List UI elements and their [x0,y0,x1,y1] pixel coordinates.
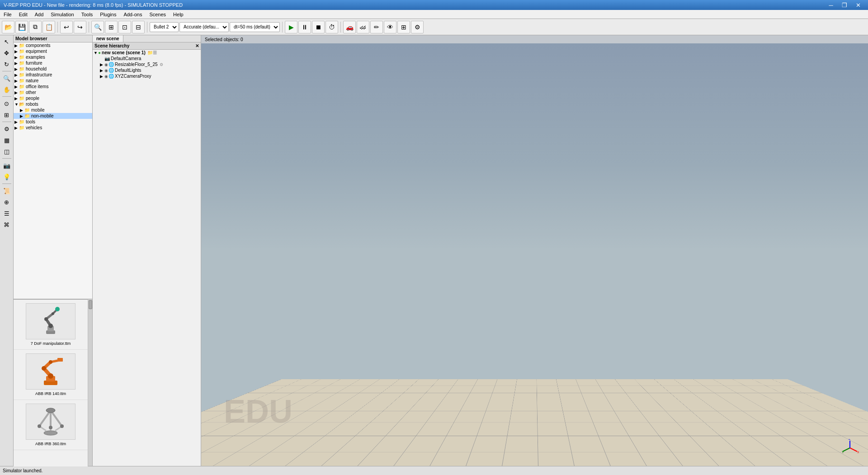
camera3-btn[interactable]: ✏ [370,21,383,33]
close-hierarchy-btn[interactable]: ✕ [195,43,199,48]
expand-floor[interactable]: ▶ [100,62,104,67]
thumbnail-7dof[interactable]: 7 DoF manipulator.ttm [14,300,88,350]
camera5-btn[interactable]: ⊞ [397,21,410,33]
physics-engine-dropdown[interactable]: Bullet 2 [150,22,179,32]
tree-item-household[interactable]: ▶ 📁 household [14,66,92,72]
scene-node-xyzcameraproxy[interactable]: ▶ ◉ 🌐 XYZCameraProxy [93,73,201,79]
pause-button[interactable]: ⏸ [298,21,311,33]
viewport-canvas[interactable]: EDU X Y Z [201,35,868,466]
tree-item-robots[interactable]: ▼ 📂 robots [14,101,92,107]
expand-other[interactable]: ▶ [14,90,19,95]
tree-item-furniture[interactable]: ▶ 📁 furniture [14,60,92,66]
thumbnail-abb140[interactable]: ABB IRB 140.ttm [14,350,88,400]
menu-add[interactable]: Add [31,10,47,19]
expand-officeitems[interactable]: ▶ [14,85,19,89]
menu-edit[interactable]: Edit [15,10,31,19]
camera1-btn[interactable]: 🚗 [343,21,356,33]
scene-tree[interactable]: ▼ ● new scene (scene 1) 📁 ☰ ▶ 📷 DefaultC… [93,50,201,466]
expand-mobile[interactable]: ▶ [20,108,24,113]
tree-item-infrastructure[interactable]: ▶ 📁 infrastructure [14,72,92,78]
list-left-btn[interactable]: ☰ [1,208,12,219]
light-left-btn[interactable]: 💡 [1,171,12,182]
expand-robots[interactable]: ▼ [14,102,19,107]
select-btn[interactable]: ↖ [1,36,12,47]
model-thumbnails[interactable]: 7 DoF manipulator.ttm [14,299,88,466]
tree-item-vehicles[interactable]: ▶ 📁 vehicles [14,125,92,131]
menu-scenes[interactable]: Scenes [146,10,170,19]
toolbar-btn-open[interactable]: 📂 [2,21,14,33]
wire-left-btn[interactable]: ◫ [1,146,12,157]
rotate-btn[interactable]: ↻ [1,59,12,70]
scene-node-floor[interactable]: ▶ ◉ 🌐 ResizableFloor_5_25 ⚙ [93,61,201,67]
scroll-thumb[interactable] [89,300,92,309]
realtime-button[interactable]: ⏱ [326,21,338,33]
tree-item-components[interactable]: ▶ 📁 components [14,42,92,48]
script-left-btn[interactable]: 📜 [1,185,12,196]
menu-help[interactable]: Help [170,10,187,19]
restore-button[interactable]: ❐ [838,0,851,9]
menu-simulation[interactable]: Simulation [47,10,77,19]
scene-view-btn[interactable]: ⊙ [1,98,12,109]
toolbar-btn-paste[interactable]: 📋 [42,21,55,33]
scene-tab-new[interactable]: new scene [93,35,123,42]
expand-people[interactable]: ▶ [14,96,19,101]
camera-left-btn[interactable]: 📷 [1,160,12,171]
camera2-btn[interactable]: 🏎 [357,21,369,33]
minimize-button[interactable]: ─ [825,0,837,9]
camera4-btn[interactable]: 👁 [384,21,396,33]
accuracy-dropdown[interactable]: Accurate (defau... [179,22,229,32]
tree-item-nonmobile[interactable]: ▶ 📁 non-mobile [14,113,92,119]
expand-household[interactable]: ▶ [14,67,19,71]
menu-addons[interactable]: Add-ons [120,10,146,19]
expand-components[interactable]: ▶ [14,43,19,48]
tree-item-equipment[interactable]: ▶ 📁 equipment [14,48,92,54]
tree-item-other[interactable]: ▶ 📁 other [14,89,92,95]
expand-tools[interactable]: ▶ [14,120,19,124]
tree-item-mobile[interactable]: ▶ 📁 mobile [14,107,92,113]
grid-btn[interactable]: ⊞ [1,109,12,120]
settings-left-btn[interactable]: ⚙ [1,123,12,134]
toolbar-btn-redo[interactable]: ↪ [74,21,86,33]
thumbnail-scrollbar[interactable] [88,299,92,466]
tree-item-nature[interactable]: ▶ 📁 nature [14,78,92,84]
expand-vehicles[interactable]: ▶ [14,126,19,130]
stop-button[interactable]: ⏹ [312,21,325,33]
viewport[interactable]: Selected objects: 0 EDU X Y Z [201,35,868,466]
expand-furniture[interactable]: ▶ [14,61,19,66]
toolbar-btn-view[interactable]: 🔍 [91,21,104,33]
zoom-btn[interactable]: 🔍 [1,73,12,84]
toolbar-btn-undo[interactable]: ↩ [60,21,73,33]
scene-node-scene1[interactable]: ▼ ● new scene (scene 1) 📁 ☰ [93,50,201,56]
expand-scene1[interactable]: ▼ [94,51,98,55]
floor-settings-icon[interactable]: ⚙ [160,62,163,67]
toolbar-btn-view3[interactable]: ⊡ [118,21,131,33]
timestep-dropdown[interactable]: dt=50 ms (default) [230,22,280,32]
play-button[interactable]: ▶ [285,21,297,33]
expand-defaultlights[interactable]: ▶ [100,68,104,73]
move-btn[interactable]: ✥ [1,47,12,58]
expand-examples[interactable]: ▶ [14,55,19,60]
model-browser[interactable]: ▶ 📁 components ▶ 📁 equipment ▶ 📁 example… [14,42,92,299]
cmd-left-btn[interactable]: ⌘ [1,219,12,230]
toolbar-btn-view2[interactable]: ⊞ [105,21,118,33]
tree-item-people[interactable]: ▶ 📁 people [14,95,92,101]
expand-infrastructure[interactable]: ▶ [14,73,19,77]
toolbar-btn-view4[interactable]: ⊟ [132,21,145,33]
tree-item-tools[interactable]: ▶ 📁 tools [14,119,92,125]
expand-xyzcameraproxy[interactable]: ▶ [100,74,104,79]
scene-node-defaultlights[interactable]: ▶ ◉ 🌐 DefaultLights [93,67,201,73]
tree-item-officeitems[interactable]: ▶ 📁 office items [14,84,92,89]
display-left-btn[interactable]: ▦ [1,135,12,146]
pan-btn[interactable]: ✋ [1,84,12,95]
plugin-left-btn[interactable]: ⊕ [1,197,12,207]
menu-plugins[interactable]: Plugins [96,10,120,19]
close-button[interactable]: ✕ [852,0,864,9]
expand-nature[interactable]: ▶ [14,79,19,83]
menu-tools[interactable]: Tools [78,10,97,19]
camera6-btn[interactable]: ⚙ [411,21,424,33]
thumbnail-abb360[interactable]: ABB IRB 360.ttm [14,400,88,450]
scene-node-defaultcamera[interactable]: ▶ 📷 DefaultCamera [93,56,201,61]
expand-nonmobile[interactable]: ▶ [20,114,24,118]
expand-equipment[interactable]: ▶ [14,49,19,54]
toolbar-btn-save[interactable]: 💾 [15,21,28,33]
